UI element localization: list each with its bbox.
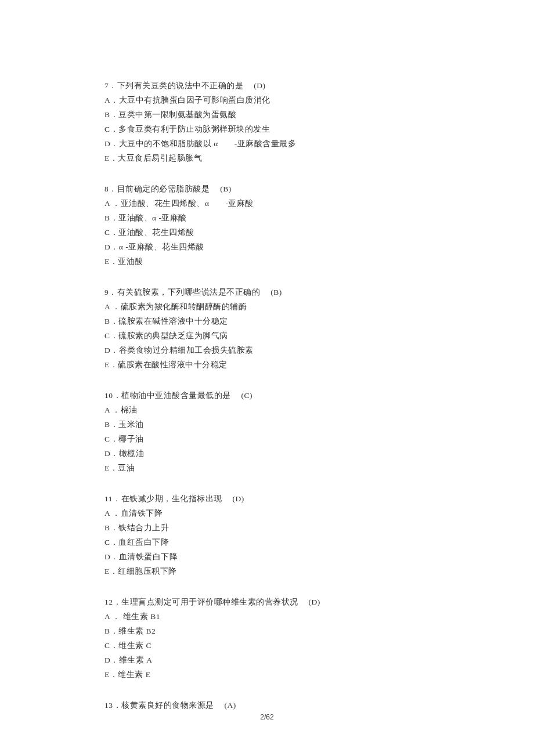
option-7-D: D．大豆中的不饱和脂肪酸以 α-亚麻酸含量最多 [104,136,430,151]
option-text-part-2: -亚麻酸含量最多 [234,139,297,148]
option-9-C: C．硫胺素的典型缺乏症为脚气病 [104,328,430,343]
question-11-stem: 11．在铁减少期，生化指标出现(D) [104,491,430,506]
question-13: 13．核黄素良好的食物来源是(A) [104,698,430,712]
option-label: E [104,257,110,266]
option-8-A: A ．亚油酸、花生四烯酸、α-亚麻酸 [104,196,430,211]
option-12-C: C．维生素 C [104,638,430,653]
question-7: 7．下列有关豆类的说法中不正确的是(D) A．大豆中有抗胰蛋白因子可影响蛋白质消… [104,78,430,165]
option-label: E [104,464,110,472]
option-label: C [104,331,110,340]
answer-label: (A) [225,698,236,712]
option-label: A [104,302,110,311]
answer-label: (B) [220,182,232,196]
option-text: 亚油酸、花生四烯酸 [118,228,194,237]
page-number-text: 2/62 [260,713,273,721]
option-label: C [104,641,110,650]
option-text: 谷类食物过分精细加工会损失硫胺素 [119,346,254,355]
option-label: D [104,139,110,148]
option-11-C: C．血红蛋白下降 [104,535,430,549]
option-10-E: E．豆油 [104,461,430,475]
option-label: E [104,154,110,162]
option-12-E: E．维生素 E [104,667,430,682]
option-7-E: E．大豆食后易引起肠胀气 [104,151,430,165]
option-label: B [104,420,110,429]
option-label: B [104,627,110,635]
option-text: 玉米油 [118,420,144,429]
stem-text: 目前确定的必需脂肪酸是 [117,185,210,193]
option-11-B: B．铁结合力上升 [104,520,430,535]
option-text: 椰子油 [118,435,144,443]
option-text: 维生素 E [118,670,150,679]
option-9-E: E．硫胺素在酸性溶液中十分稳定 [104,357,430,372]
question-number: 10 [104,391,113,400]
answer-label: (D) [254,78,265,93]
stem-text: 生理盲点测定可用于评价哪种维生素的营养状况 [121,598,298,606]
question-7-stem: 7．下列有关豆类的说法中不正确的是(D) [104,78,430,93]
option-text: 硫胺素在碱性溶液中十分稳定 [118,317,228,325]
option-text: 大豆中有抗胰蛋白因子可影响蛋白质消化 [119,96,270,104]
option-label: A [104,612,110,621]
option-label: B [104,523,110,532]
question-8-stem: 8．目前确定的必需脂肪酸是(B) [104,182,430,196]
question-13-stem: 13．核黄素良好的食物来源是(A) [104,698,430,712]
option-10-A: A ．棉油 [104,403,430,417]
answer-label: (D) [233,491,244,506]
option-label: D [104,243,110,251]
question-number: 13 [104,701,113,710]
option-12-B: B．维生素 B2 [104,624,430,638]
option-label: B [104,214,110,222]
option-text: 红细胞压积下降 [118,567,177,576]
option-label: C [104,125,110,133]
question-10: 10．植物油中亚油酸含量最低的是(C) A ．棉油 B．玉米油 C．椰子油 D．… [104,388,430,475]
option-text: 硫胺素在酸性溶液中十分稳定 [118,360,228,369]
option-10-B: B．玉米油 [104,417,430,432]
option-7-B: B．豆类中第一限制氨基酸为蛋氨酸 [104,107,430,122]
option-text: 血清铁下降 [121,509,163,518]
question-number: 7 [104,81,109,90]
question-8: 8．目前确定的必需脂肪酸是(B) A ．亚油酸、花生四烯酸、α-亚麻酸 B．亚油… [104,182,430,269]
option-10-C: C．椰子油 [104,432,430,446]
option-11-D: D．血清铁蛋白下降 [104,549,430,564]
option-label: D [104,346,110,355]
option-text: 血清铁蛋白下降 [119,552,178,561]
option-text-part-1: 亚油酸、花生四烯酸、α [121,199,210,208]
option-text: 橄榄油 [119,449,145,458]
option-9-D: D．谷类食物过分精细加工会损失硫胺素 [104,343,430,357]
question-12-stem: 12．生理盲点测定可用于评价哪种维生素的营养状况(D) [104,595,430,609]
answer-label: (C) [241,388,253,403]
question-number: 9 [104,288,109,296]
page-content: 7．下列有关豆类的说法中不正确的是(D) A．大豆中有抗胰蛋白因子可影响蛋白质消… [0,0,534,712]
option-label: B [104,317,110,325]
option-label: D [104,656,110,664]
option-11-E: E．红细胞压积下降 [104,564,430,578]
option-text: 豆油 [118,464,135,472]
question-number: 11 [104,494,113,503]
answer-label: (B) [270,285,282,299]
option-9-B: B．硫胺素在碱性溶液中十分稳定 [104,314,430,328]
question-9: 9．有关硫胺素，下列哪些说法是不正确的(B) A ．硫胺素为羧化酶和转酮醇酶的辅… [104,285,430,372]
option-text: 大豆食后易引起肠胀气 [118,154,202,162]
question-12: 12．生理盲点测定可用于评价哪种维生素的营养状况(D) A ． 维生素 B1 B… [104,595,430,682]
question-number: 8 [104,185,109,193]
option-text: α -亚麻酸、花生四烯酸 [119,243,204,251]
option-text: 豆类中第一限制氨基酸为蛋氨酸 [118,110,236,119]
stem-text: 植物油中亚油酸含量最低的是 [121,391,231,400]
option-11-A: A ．血清铁下降 [104,506,430,520]
question-9-stem: 9．有关硫胺素，下列哪些说法是不正确的(B) [104,285,430,299]
option-12-D: D．维生素 A [104,653,430,667]
option-text: 亚油酸 [118,257,143,266]
option-8-C: C．亚油酸、花生四烯酸 [104,225,430,240]
option-label: A [104,96,110,104]
option-label: D [104,449,110,458]
option-text: 棉油 [121,406,138,414]
option-text: 血红蛋白下降 [118,538,169,547]
option-label: E [104,567,110,576]
option-label: B [104,110,110,119]
option-text: 铁结合力上升 [118,523,169,532]
option-7-A: A．大豆中有抗胰蛋白因子可影响蛋白质消化 [104,93,430,107]
option-8-B: B．亚油酸、α -亚麻酸 [104,211,430,225]
option-text: 多食豆类有利于防止动脉粥样斑块的发生 [118,125,270,133]
question-number: 12 [104,598,113,606]
option-label: A [104,199,110,208]
option-text-part-1: 大豆中的不饱和脂肪酸以 α [119,139,218,148]
